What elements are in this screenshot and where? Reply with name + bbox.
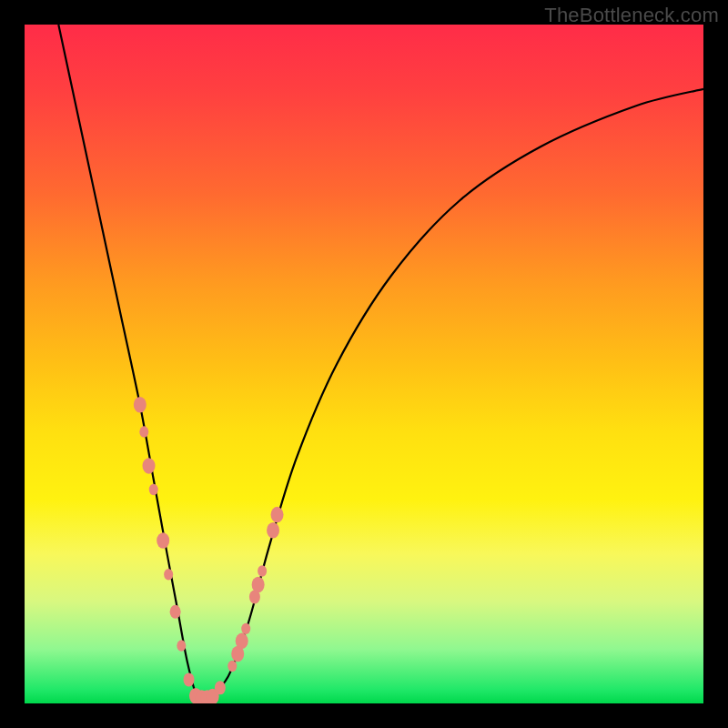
chart-frame: TheBottleneck.com	[0, 0, 728, 728]
curve-marker	[228, 661, 237, 672]
curve-marker	[157, 532, 169, 549]
curve-markers	[134, 397, 284, 703]
curve-marker	[134, 397, 147, 413]
curve-marker	[184, 672, 195, 686]
bottleneck-curve	[58, 25, 703, 702]
curve-marker	[215, 681, 226, 694]
curve-marker	[177, 640, 186, 652]
plot-area	[25, 25, 703, 703]
curve-marker	[267, 522, 279, 539]
curve-marker	[241, 623, 250, 635]
curve-marker	[258, 565, 267, 577]
curve-marker	[271, 507, 284, 523]
curve-marker	[252, 577, 265, 593]
watermark-text: TheBottleneck.com	[544, 4, 719, 27]
chart-svg	[25, 25, 703, 703]
curve-marker	[164, 569, 173, 581]
curve-marker	[139, 426, 148, 438]
curve-marker	[236, 633, 248, 650]
curve-marker	[149, 484, 158, 496]
curve-marker	[170, 605, 181, 619]
curve-marker	[143, 458, 156, 474]
